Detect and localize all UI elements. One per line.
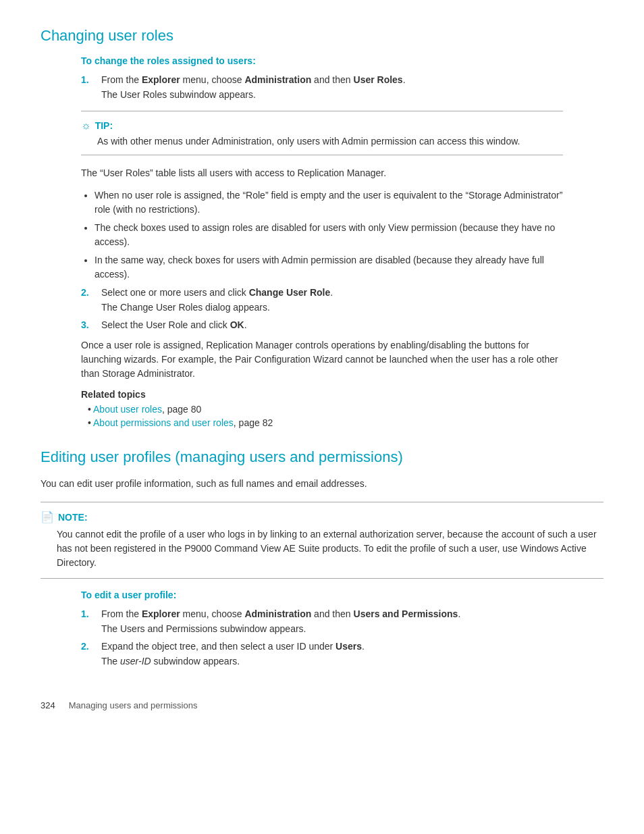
step2-number: 2. xyxy=(81,287,101,298)
section1-title: Changing user roles xyxy=(41,27,603,45)
para2: Once a user role is assigned, Replicatio… xyxy=(81,338,563,381)
footer-page-number: 324 xyxy=(41,700,55,710)
step2-container: 2. Select one or more users and click Ch… xyxy=(81,287,603,313)
s2-step1-container: 1. From the Explorer menu, choose Admini… xyxy=(81,608,603,634)
step3-container: 3. Select the User Role and click OK. xyxy=(81,319,603,330)
bullet-3: In the same way, check boxes for users w… xyxy=(95,253,563,282)
about-permissions-link[interactable]: About permissions and user roles xyxy=(93,417,234,428)
note-body: You cannot edit the profile of a user wh… xyxy=(57,527,603,570)
para1: The “User Roles” table lists all users w… xyxy=(81,166,563,180)
note-box: 📄 NOTE: You cannot edit the profile of a… xyxy=(41,502,603,579)
s2-step2-container: 2. Expand the object tree, and then sele… xyxy=(81,641,603,667)
section2-title: Editing user profiles (managing users an… xyxy=(41,448,603,466)
section1-subsection-label: To change the roles assigned to users: xyxy=(81,55,603,66)
section2-intro: You can edit user profile information, s… xyxy=(41,477,563,491)
step1-content: From the Explorer menu, choose Administr… xyxy=(101,74,603,85)
tip-icon: ☼ xyxy=(81,120,91,132)
related-topics-title: Related topics xyxy=(81,389,563,400)
related-link-1: About user roles, page 80 xyxy=(88,404,563,415)
section2-subsection-label: To edit a user profile: xyxy=(81,590,603,600)
s2-step2-content: Expand the object tree, and then select … xyxy=(101,641,603,652)
bullet-2: The check boxes used to assign roles are… xyxy=(95,221,563,249)
related-topics-list: About user roles, page 80 About permissi… xyxy=(81,404,563,428)
s2-step1-subtext: The Users and Permissions subwindow appe… xyxy=(101,623,603,634)
step3: 3. Select the User Role and click OK. xyxy=(81,319,603,330)
step2-subtext: The Change User Roles dialog appears. xyxy=(101,302,603,313)
note-header: 📄 NOTE: xyxy=(41,511,603,523)
s2-step1-content: From the Explorer menu, choose Administr… xyxy=(101,608,603,619)
s2-step2-number: 2. xyxy=(81,641,101,652)
footer-label: Managing users and permissions xyxy=(69,700,198,710)
s2-step2-subtext: The user-ID subwindow appears. xyxy=(101,656,603,667)
step1: 1. From the Explorer menu, choose Admini… xyxy=(81,74,603,85)
step1-container: 1. From the Explorer menu, choose Admini… xyxy=(81,74,603,100)
step1-subtext: The User Roles subwindow appears. xyxy=(101,89,603,100)
step3-number: 3. xyxy=(81,319,101,330)
s2-step2: 2. Expand the object tree, and then sele… xyxy=(81,641,603,652)
step2-content: Select one or more users and click Chang… xyxy=(101,287,603,298)
footer: 324 Managing users and permissions xyxy=(41,694,603,710)
tip-box: ☼ TIP: As with other menus under Adminis… xyxy=(81,111,563,155)
about-user-roles-link[interactable]: About user roles xyxy=(93,404,162,415)
footer-text: 324 Managing users and permissions xyxy=(41,700,603,710)
bullet-1: When no user role is assigned, the “Role… xyxy=(95,188,563,217)
related-topics: Related topics About user roles, page 80… xyxy=(81,389,563,428)
s2-step1-number: 1. xyxy=(81,608,101,619)
step2: 2. Select one or more users and click Ch… xyxy=(81,287,603,298)
tip-body: As with other menus under Administration… xyxy=(97,136,563,147)
bullet-list: When no user role is assigned, the “Role… xyxy=(95,188,563,282)
note-label: NOTE: xyxy=(58,512,88,523)
step1-number: 1. xyxy=(81,74,101,85)
s2-step1: 1. From the Explorer menu, choose Admini… xyxy=(81,608,603,619)
related-link-2: About permissions and user roles, page 8… xyxy=(88,417,563,428)
tip-label: TIP: xyxy=(95,120,113,131)
tip-header: ☼ TIP: xyxy=(81,120,563,132)
note-icon: 📄 xyxy=(41,511,54,523)
step3-content: Select the User Role and click OK. xyxy=(101,319,603,330)
